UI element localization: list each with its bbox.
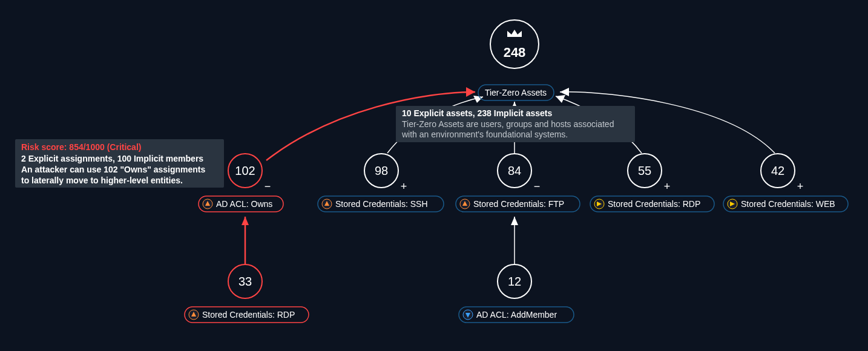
svg-text:Risk score: 854/1000 (Critical: Risk score: 854/1000 (Critical)	[21, 142, 141, 152]
node-12[interactable]: 12	[498, 264, 531, 298]
crown-icon	[507, 30, 522, 37]
node-55-pm[interactable]: +	[664, 180, 671, 192]
node-42-pill[interactable]: Stored Credentials: WEB	[723, 196, 848, 212]
tooltip-line1: Tier-Zero Assets are users, groups and h…	[402, 119, 614, 129]
node-55-pill[interactable]: Stored Credentials: RDP	[590, 196, 714, 212]
node-33-pill[interactable]: Stored Credentials: RDP	[185, 307, 309, 323]
root-label: Tier-Zero Assets	[485, 88, 547, 97]
node-42[interactable]: 42 +	[761, 154, 803, 192]
node-12-count: 12	[508, 275, 521, 288]
node-102-label: AD ACL: Owns	[216, 199, 272, 209]
node-84-label: Stored Credentials: FTP	[473, 199, 564, 209]
arrow-42-root	[560, 88, 569, 96]
node-102-pm[interactable]: −	[265, 180, 271, 192]
node-98-count: 98	[375, 164, 388, 177]
node-33-count: 33	[238, 275, 252, 288]
root-node[interactable]: 248	[490, 20, 539, 68]
risk-line2: An attacker can use 102 "Owns" assignmen…	[21, 165, 206, 174]
node-98-pm[interactable]: +	[401, 180, 407, 192]
node-102-pill[interactable]: AD ACL: Owns	[199, 196, 283, 212]
tooltip-line2: with an environment's foundational syste…	[401, 130, 568, 139]
risk-line3: to laterally move to higher-level entiti…	[21, 176, 183, 185]
arrow-33-102	[242, 217, 249, 225]
node-42-label: Stored Credentials: WEB	[741, 199, 835, 209]
root-count: 248	[504, 45, 526, 60]
node-84-pm[interactable]: −	[534, 180, 541, 192]
node-55-label: Stored Credentials: RDP	[608, 199, 700, 209]
node-98-label: Stored Credentials: SSH	[335, 199, 428, 209]
svg-text:2 Explicit assignments, 100 Im: 2 Explicit assignments, 100 Implicit mem…	[21, 154, 203, 163]
node-98[interactable]: 98 +	[364, 154, 407, 192]
node-102-count: 102	[235, 164, 255, 177]
node-84[interactable]: 84 −	[498, 154, 540, 192]
risk-line1: 2 Explicit assignments, 100 Implicit mem…	[21, 154, 203, 163]
node-98-pill[interactable]: Stored Credentials: SSH	[318, 196, 444, 212]
node-12-label: AD ACL: AddMember	[476, 310, 557, 320]
node-102[interactable]: 102 −	[228, 154, 271, 192]
svg-text:with an environment's foundati: with an environment's foundational syste…	[401, 130, 568, 139]
svg-text:An attacker can use 102 "Owns": An attacker can use 102 "Owns" assignmen…	[21, 165, 206, 174]
node-42-count: 42	[771, 164, 784, 177]
root-tooltip: 10 Explicit assets, 238 Implicit assets …	[396, 106, 635, 142]
node-33[interactable]: 33	[228, 264, 262, 298]
svg-text:Tier-Zero Assets are users, gr: Tier-Zero Assets are users, groups and h…	[402, 119, 614, 129]
risk-tooltip: Risk score: 854/1000 (Critical) 2 Explic…	[15, 139, 224, 188]
node-42-pm[interactable]: +	[797, 180, 804, 192]
risk-title: Risk score: 854/1000 (Critical)	[21, 142, 141, 152]
node-84-pill[interactable]: Stored Credentials: FTP	[456, 196, 580, 212]
svg-text:to laterally move to higher-le: to laterally move to higher-level entiti…	[21, 176, 183, 185]
node-12-pill[interactable]: AD ACL: AddMember	[459, 307, 574, 323]
svg-text:10 Explicit assets, 238 Implic: 10 Explicit assets, 238 Implicit assets	[402, 108, 552, 118]
node-33-label: Stored Credentials: RDP	[202, 310, 295, 320]
node-55-count: 55	[638, 164, 651, 177]
node-55[interactable]: 55 +	[628, 154, 670, 192]
arrow-12-84	[511, 217, 518, 225]
arrow-102-root	[466, 87, 475, 97]
node-84-count: 84	[508, 164, 521, 177]
root-label-pill[interactable]: Tier-Zero Assets	[478, 85, 554, 100]
tooltip-title: 10 Explicit assets, 238 Implicit assets	[402, 108, 552, 118]
